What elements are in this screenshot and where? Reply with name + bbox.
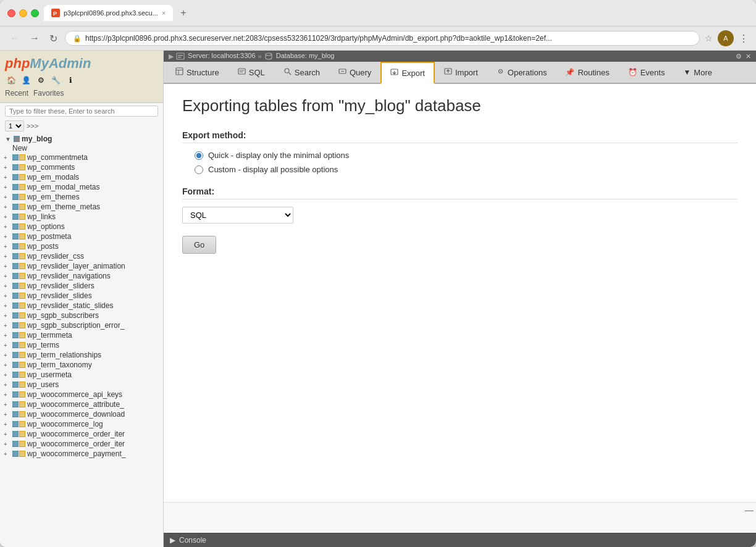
expand-icon: + <box>4 411 11 418</box>
table-item-wp_termmeta[interactable]: + wp_termmeta <box>0 330 163 340</box>
table-item-wp_term_taxonomy[interactable]: + wp_term_taxonomy <box>0 360 163 370</box>
expand-icon: + <box>4 223 11 230</box>
tab-sql[interactable]: SQL <box>229 62 274 83</box>
tab-events[interactable]: ⏰ Events <box>619 62 674 83</box>
table-item-wp_woocommerce_order_iter2[interactable]: + wp_woocommerce_order_iter <box>0 439 163 449</box>
more-tab-icon: ▼ <box>683 68 691 77</box>
table-item-wp_postmeta[interactable]: + wp_postmeta <box>0 232 163 241</box>
home-icon[interactable]: 🏠 <box>5 74 17 86</box>
go-button[interactable]: Go <box>182 236 216 254</box>
minimize-traffic-light[interactable] <box>19 9 27 17</box>
tab-more[interactable]: ▼ More <box>674 62 721 83</box>
svg-rect-1 <box>177 53 184 59</box>
maximize-traffic-light[interactable] <box>31 9 39 17</box>
plugin-icon[interactable]: 🔧 <box>49 74 62 86</box>
bookmark-button[interactable]: ☆ <box>705 33 713 43</box>
table-item-wp_term_relationships[interactable]: + wp_term_relationships <box>0 350 163 360</box>
table-icon <box>12 283 25 289</box>
filter-input[interactable] <box>5 106 158 117</box>
table-item-wp_revslider_slides[interactable]: + wp_revslider_slides <box>0 291 163 301</box>
custom-label: Custom - display all possible options <box>208 165 338 174</box>
collapse-button[interactable]: — <box>745 505 754 515</box>
table-icon <box>12 401 25 407</box>
table-item-wp_commentmeta[interactable]: + wp_commentmeta <box>0 152 163 162</box>
tab-export[interactable]: Export <box>380 62 435 84</box>
pagination-forward[interactable]: >>> <box>27 122 38 130</box>
close-traffic-light[interactable] <box>7 9 15 17</box>
browser-menu-button[interactable]: ⋮ <box>739 33 749 44</box>
page-select[interactable]: 1 <box>5 120 24 132</box>
table-item-wp_options[interactable]: + wp_options <box>0 222 163 232</box>
new-tab-button[interactable]: + <box>178 7 188 19</box>
main-content: ▶ Server: localhost:3306 » Database: my_… <box>164 51 756 547</box>
tab-import-label: Import <box>455 68 478 77</box>
table-item-wp_revslider_static_slides[interactable]: + wp_revslider_static_slides <box>0 301 163 311</box>
tab-operations[interactable]: Operations <box>487 62 556 83</box>
tab-query[interactable]: Query <box>329 62 380 83</box>
expand-icon: + <box>4 253 11 260</box>
table-item-wp_woocommerce_payment[interactable]: + wp_woocommerce_payment_ <box>0 449 163 459</box>
topbar-gear-button[interactable]: ⚙ <box>736 52 742 61</box>
table-item-wp_woocommerce_order_iter1[interactable]: + wp_woocommerce_order_iter <box>0 429 163 439</box>
reload-button[interactable]: ↻ <box>47 31 60 46</box>
search-tab-icon <box>284 67 292 77</box>
format-select[interactable]: SQL CSV JSON XML ODS Excel <box>182 207 293 223</box>
table-icon <box>12 421 25 427</box>
back-button[interactable]: ← <box>7 31 22 45</box>
favorites-link[interactable]: Favorites <box>33 89 64 98</box>
forward-button[interactable]: → <box>27 31 42 45</box>
table-item-wp_users[interactable]: + wp_users <box>0 380 163 390</box>
table-item-wp_em_modal_metas[interactable]: + wp_em_modal_metas <box>0 182 163 192</box>
quick-radio[interactable] <box>195 151 203 160</box>
expand-icon: + <box>4 184 11 191</box>
table-item-wp_terms[interactable]: + wp_terms <box>0 340 163 350</box>
tab-structure[interactable]: Structure <box>166 62 229 83</box>
table-item-wp_sgpb_subscription_error[interactable]: + wp_sgpb_subscription_error_ <box>0 320 163 330</box>
tab-import[interactable]: Import <box>435 62 487 83</box>
address-bar[interactable]: 🔒 https://p3plcpnl0896.prod.phx3.secures… <box>65 31 700 46</box>
table-item-wp_links[interactable]: + wp_links <box>0 212 163 222</box>
table-item-wp_woocommerce_download[interactable]: + wp_woocommerce_download <box>0 409 163 419</box>
console-bar[interactable]: ▶ Console <box>164 533 756 547</box>
user-icon[interactable]: 👤 <box>20 74 32 86</box>
table-item-wp_woocommerce_attribute[interactable]: + wp_woocommerce_attribute_ <box>0 399 163 409</box>
table-item-wp_revslider_navigations[interactable]: + wp_revslider_navigations <box>0 271 163 281</box>
svg-text:P: P <box>53 10 57 16</box>
info-icon[interactable]: ℹ <box>64 74 77 86</box>
table-item-wp_revslider_layer_animation[interactable]: + wp_revslider_layer_animation <box>0 261 163 271</box>
table-item-wp_comments[interactable]: + wp_comments <box>0 162 163 172</box>
tab-routines[interactable]: 📌 Routines <box>556 62 618 83</box>
recent-link[interactable]: Recent <box>5 89 28 98</box>
sql-tab-icon <box>238 67 246 77</box>
profile-avatar[interactable]: A <box>718 30 734 46</box>
settings-icon[interactable]: ⚙ <box>35 74 47 86</box>
new-table-item[interactable]: New <box>0 144 163 152</box>
structure-tab-icon <box>175 67 183 77</box>
table-item-wp_revslider_css[interactable]: + wp_revslider_css <box>0 251 163 261</box>
table-item-wp_posts[interactable]: + wp_posts <box>0 241 163 251</box>
table-item-wp_woocommerce_api_keys[interactable]: + wp_woocommerce_api_keys <box>0 390 163 399</box>
tab-close-button[interactable]: × <box>162 9 166 17</box>
expand-icon: + <box>4 382 11 388</box>
table-icon <box>12 243 25 249</box>
topbar-actions: ⚙ ✕ <box>736 52 751 61</box>
go-section: Go <box>182 236 737 254</box>
table-item-wp_em_theme_metas[interactable]: + wp_em_theme_metas <box>0 202 163 212</box>
table-item-wp_woocommerce_log[interactable]: + wp_woocommerce_log <box>0 419 163 429</box>
table-item-wp_revslider_sliders[interactable]: + wp_revslider_sliders <box>0 281 163 291</box>
db-breadcrumb[interactable]: Database: my_blog <box>264 52 335 61</box>
table-item-wp_usermeta[interactable]: + wp_usermeta <box>0 370 163 380</box>
browser-tab[interactable]: P p3plcpnl0896.prod.phx3.secu... × <box>44 5 173 21</box>
topbar-close-button[interactable]: ✕ <box>746 52 751 61</box>
table-item-wp_em_themes[interactable]: + wp_em_themes <box>0 192 163 202</box>
expand-icon: + <box>4 293 11 299</box>
db-root-item[interactable]: ▼ my_blog <box>0 134 163 144</box>
quick-option[interactable]: Quick - display only the minimal options <box>195 151 737 160</box>
custom-radio[interactable] <box>195 165 203 174</box>
table-item-wp_em_modals[interactable]: + wp_em_modals <box>0 172 163 182</box>
custom-option[interactable]: Custom - display all possible options <box>195 165 737 174</box>
tab-query-label: Query <box>350 68 371 77</box>
tab-search[interactable]: Search <box>274 62 329 83</box>
server-breadcrumb[interactable]: Server: localhost:3306 <box>176 52 256 61</box>
table-item-wp_sgpb_subscribers[interactable]: + wp_sgpb_subscribers <box>0 311 163 320</box>
